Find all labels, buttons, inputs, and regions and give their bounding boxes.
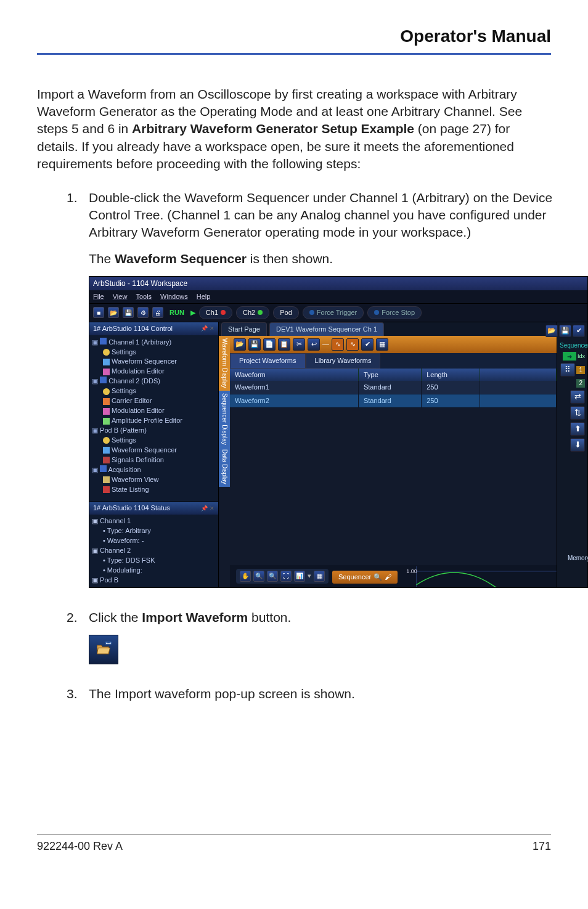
step-1-number: 1. <box>67 189 89 598</box>
tree-settings-3[interactable]: Settings <box>112 436 136 446</box>
sine-plot-icon <box>405 566 557 587</box>
toolbar-icon-open[interactable]: 📂 <box>108 307 119 318</box>
toolbar-ch1-button[interactable]: Ch1 <box>199 306 232 319</box>
subtab-library-waveforms[interactable]: Library Waveforms <box>306 353 381 369</box>
rs-icon-3[interactable]: ✔ <box>573 325 585 337</box>
menu-view[interactable]: View <box>113 292 128 301</box>
tree-signals-definition[interactable]: Signals Definition <box>112 455 164 465</box>
menu-help[interactable]: Help <box>197 292 211 301</box>
grid-col-waveform[interactable]: Waveform <box>230 369 359 381</box>
bot-icon-chart[interactable]: 📊 <box>294 571 305 582</box>
step-2-number: 2. <box>67 609 89 674</box>
tree-amplitude-editor[interactable]: Amplitude Profile Editor <box>112 416 182 426</box>
sequencer-toolbar: 📂 💾 📄 📋 ✂ ↩ — ∿ ∿ ✔ <box>230 336 557 353</box>
toolbar-icon-print[interactable]: 🖨 <box>152 307 163 318</box>
ob-icon-grid[interactable]: ▦ <box>376 338 388 351</box>
menu-tools[interactable]: Tools <box>136 292 152 301</box>
toolbar-ch2-button[interactable]: Ch2 <box>236 306 269 319</box>
bot-icon-zoomin[interactable]: 🔍 <box>253 571 264 582</box>
rs-btn-down[interactable]: ⬇ <box>570 438 585 452</box>
ob-icon-4[interactable]: 📋 <box>278 338 290 351</box>
sequencer-label: Sequencer <box>560 341 585 350</box>
ch1-dot-icon <box>221 310 226 315</box>
ob-icon-check[interactable]: ✔ <box>361 338 374 351</box>
step-1-p2c: is then shown. <box>247 251 333 266</box>
rs-btn-move[interactable]: ⇅ <box>570 406 585 420</box>
import-waveform-icon[interactable]: 📂 <box>234 338 246 351</box>
status-panel-title: 1# ArbStudio 1104 Status <box>93 503 170 513</box>
tree-waveform-view[interactable]: Waveform View <box>112 475 158 485</box>
panel-pin-close-icons[interactable]: 📌 ✕ <box>201 325 214 332</box>
bottom-sequencer-label: Sequencer <box>338 573 371 582</box>
grid-r2-waveform: Waveform2 <box>230 394 359 407</box>
sequence-arrow-icon: ➜ <box>563 352 576 361</box>
rs-btn-up[interactable]: ⬆ <box>570 422 585 436</box>
tree-modulation-editor[interactable]: Modulation Editor <box>112 367 165 377</box>
toolbar-run-label[interactable]: RUN <box>169 308 184 317</box>
rs-icon-2[interactable]: 💾 <box>559 325 571 337</box>
toolbar-force-stop[interactable]: Force Stop <box>367 306 422 319</box>
waveform-view-icon <box>103 476 110 483</box>
tree-state-listing[interactable]: State Listing <box>112 485 149 495</box>
tree-waveform-sequencer[interactable]: Waveform Sequencer <box>112 357 177 367</box>
step-1-p1: Double-click the Waveform Sequencer unde… <box>89 189 588 242</box>
waveform-sub-tabs: Project Waveforms Library Waveforms <box>230 353 557 369</box>
tree-channel1[interactable]: Channel 1 (Arbitrary) <box>108 338 171 346</box>
grid-row-1[interactable]: Waveform1 Standard 250 <box>230 381 557 394</box>
rs-icon-1[interactable]: 📂 <box>545 325 558 337</box>
ob-icon-3[interactable]: 📄 <box>263 338 276 351</box>
ob-icon-wave1[interactable]: ∿ <box>332 338 344 351</box>
sequence-slot-1[interactable]: ⠿ <box>560 363 575 377</box>
tree-settings[interactable]: Settings <box>112 348 136 357</box>
bot-icon-hand[interactable]: ✋ <box>240 571 251 582</box>
status-panel-title-bar: 1# ArbStudio 1104 Status 📌 ✕ <box>89 502 218 515</box>
vtab-waveform-display[interactable]: Waveform Display <box>219 336 230 391</box>
import-waveform-button-icon[interactable] <box>89 635 118 664</box>
tab-dev1-sequencer[interactable]: DEV1 Waveform Sequencer Ch 1 <box>269 322 384 336</box>
amplitude-icon <box>103 418 110 425</box>
toolbar-icon-config[interactable]: ⚙ <box>137 307 149 318</box>
play-icon[interactable]: ▶ <box>190 308 195 317</box>
bot-icon-zoomout[interactable]: 🔍 <box>267 571 278 582</box>
idx-label: Idx <box>578 353 585 360</box>
tree-carrier-editor[interactable]: Carrier Editor <box>112 396 152 406</box>
step-2: 2. Click the Import Waveform button. <box>67 609 551 674</box>
step-3: 3. The Import waveform pop-up screen is … <box>67 685 551 711</box>
modulation-icon-2 <box>103 408 110 415</box>
toolbar-pod-button[interactable]: Pod <box>273 306 299 319</box>
grid-r1-waveform: Waveform1 <box>230 381 359 394</box>
footer-doc-id: 922244-00 Rev A <box>37 839 123 854</box>
bot-icon-grid[interactable]: ▦ <box>314 571 325 582</box>
tree-modulation-editor-2[interactable]: Modulation Editor <box>112 406 165 416</box>
grid-col-type[interactable]: Type <box>359 369 422 381</box>
toolbar-force-trigger[interactable]: Force Trigger <box>303 306 364 319</box>
toolbar-icon-save[interactable]: 💾 <box>123 307 134 318</box>
ob-icon-6[interactable]: ↩ <box>308 338 320 351</box>
tree-acquisition[interactable]: Acquisition <box>108 466 141 473</box>
control-panel-title-text: 1# ArbStudio 1104 Control <box>93 324 173 333</box>
device-control-tree[interactable]: ▣ Channel 1 (Arbitrary) Settings Wavefor… <box>89 335 218 502</box>
grid-col-length[interactable]: Length <box>422 369 480 381</box>
window-title: ArbStudio - 1104 Workspace <box>93 279 187 288</box>
ob-icon-wave2[interactable]: ∿ <box>346 338 359 351</box>
tree-waveform-sequencer-2[interactable]: Waveform Sequencer <box>112 446 177 455</box>
tree-pod-b[interactable]: Pod B (Pattern) <box>100 426 147 434</box>
subtab-project-waveforms[interactable]: Project Waveforms <box>230 353 306 369</box>
vtab-data-display[interactable]: Data Display <box>219 447 230 487</box>
tree-settings-2[interactable]: Settings <box>112 386 136 396</box>
signals-icon <box>103 457 110 463</box>
vtab-sequencer-display[interactable]: Sequencer Display <box>219 391 230 447</box>
tree-channel2[interactable]: Channel 2 (DDS) <box>108 377 160 385</box>
menu-file[interactable]: File <box>93 292 104 301</box>
tab-start-page[interactable]: Start Page <box>221 322 267 336</box>
bot-icon-fit[interactable]: ⛶ <box>280 571 292 582</box>
grid-r1-length: 250 <box>422 381 480 394</box>
bottom-sequencer-button[interactable]: Sequencer 🔍 🖌 <box>332 571 398 584</box>
toolbar-icon-stop[interactable]: ■ <box>93 307 104 318</box>
status-panel-pin-close-icons[interactable]: 📌 ✕ <box>201 505 214 512</box>
menu-windows[interactable]: Windows <box>160 292 188 301</box>
ob-icon-2[interactable]: 💾 <box>248 338 261 351</box>
ob-icon-5[interactable]: ✂ <box>293 338 305 351</box>
grid-row-2[interactable]: Waveform2 Standard 250 <box>230 394 557 408</box>
rs-btn-swap[interactable]: ⇄ <box>570 390 585 404</box>
